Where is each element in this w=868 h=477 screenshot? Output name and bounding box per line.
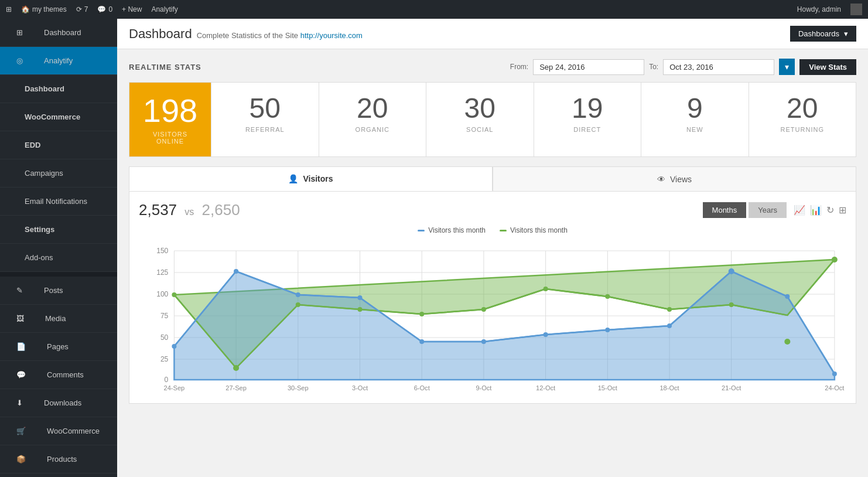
stat-social: 30 SOCIAL [426, 83, 534, 156]
sidebar-item-email-notifications[interactable]: Email Notifications [0, 188, 117, 216]
sidebar-item-settings[interactable]: Settings [0, 216, 117, 244]
blue-dot [296, 292, 300, 297]
wp-logo-icon[interactable]: ⊞ [6, 5, 12, 13]
chart-tabs: 👤 Visitors 👁 Views [129, 166, 856, 191]
download-icon[interactable]: ⊞ [839, 205, 846, 216]
tab-visitors[interactable]: 👤 Visitors [129, 166, 493, 191]
green-dot [172, 292, 176, 297]
sidebar-item-analytify[interactable]: ◎Analytify [0, 47, 117, 75]
svg-text:100: 100 [156, 290, 168, 298]
view-stats-button[interactable]: View Stats [799, 59, 856, 75]
svg-text:12-Oct: 12-Oct [536, 384, 555, 391]
legend-previous: Visitors this month [500, 226, 568, 234]
to-date-input[interactable] [663, 59, 774, 75]
social-number: 30 [436, 94, 524, 122]
realtime-header: REALTIME STATS From: To: ▾ View Stats [129, 59, 856, 75]
sidebar-item-pages[interactable]: 📄Pages [0, 333, 117, 361]
sidebar-item-add-ons[interactable]: Add-ons [0, 244, 117, 272]
legend-blue-dot [418, 230, 425, 231]
comments-item[interactable]: 💬 0 [97, 5, 112, 13]
legend-current-label: Visitors this month [428, 226, 486, 234]
to-label: To: [649, 63, 658, 71]
sidebar-item-campaigns[interactable]: Campaigns [0, 159, 117, 188]
green-dot [419, 312, 424, 316]
svg-text:18-Oct: 18-Oct [659, 384, 679, 391]
stat-returning: 20 RETURNING [749, 83, 856, 156]
stat-direct: 19 DIRECT [534, 83, 642, 156]
content-area: Dashboard Complete Statistics of the Sit… [117, 19, 868, 477]
products-icon: 📦 [8, 450, 34, 468]
admin-avatar [850, 4, 862, 15]
sidebar-item-woocommerce[interactable]: WooCommerce [0, 103, 117, 131]
realtime-title: REALTIME STATS [129, 63, 201, 71]
stat-visitors-online: 198 VISITORS ONLINE [129, 83, 211, 156]
legend-previous-label: Visitors this month [510, 226, 568, 234]
chart-legend: Visitors this month Visitors this month [139, 226, 846, 234]
green-dot [784, 339, 790, 345]
blue-dot [667, 323, 672, 328]
svg-text:21-Oct: 21-Oct [722, 384, 741, 391]
svg-text:150: 150 [156, 247, 168, 255]
sidebar-item-edd[interactable]: EDD [0, 131, 117, 159]
legend-green-dot [500, 230, 507, 231]
svg-text:3-Oct: 3-Oct [352, 384, 368, 391]
blue-dot [544, 332, 548, 337]
sidebar-item-comments[interactable]: 💬Comments [0, 361, 117, 389]
stats-row: 198 VISITORS ONLINE 50 REFERRAL 20 ORGAN… [129, 82, 856, 157]
chart-wrapper: 150 125 100 75 50 25 0 24-Sep 27-Sep 30-… [139, 239, 846, 394]
woocommerce-icon: 🛒 [8, 422, 34, 440]
sidebar-item-appearance[interactable]: 🎨Appearance [0, 473, 117, 477]
date-range-controls: From: To: ▾ View Stats [510, 59, 856, 75]
svg-text:15-Oct: 15-Oct [598, 384, 617, 391]
updates-icon: ⟳ [76, 5, 82, 13]
chart-stats: 2,537 vs 2,650 [139, 201, 240, 219]
analytify-item[interactable]: Analytify [151, 5, 177, 13]
returning-label: RETURNING [758, 126, 847, 133]
from-label: From: [510, 63, 528, 71]
analytify-icon: ◎ [8, 52, 31, 70]
tab-views[interactable]: 👁 Views [493, 166, 856, 191]
date-calendar-button[interactable]: ▾ [779, 59, 795, 75]
site-name[interactable]: 🏠 my themes [21, 5, 67, 13]
dashboard-icon: ⊞ [8, 23, 31, 42]
legend-current: Visitors this month [418, 226, 486, 234]
updates-item[interactable]: ⟳ 7 [76, 5, 88, 13]
site-url-link[interactable]: http://yoursite.com [300, 31, 363, 40]
new-label: NEW [651, 126, 739, 133]
visitors-icon: 👤 [288, 174, 298, 183]
refresh-icon[interactable]: ↻ [826, 205, 834, 216]
current-value: 2,537 [139, 201, 177, 219]
months-button[interactable]: Months [703, 202, 747, 218]
blue-dot [481, 339, 486, 344]
sidebar-item-products[interactable]: 📦Products [0, 445, 117, 473]
sidebar-item-downloads[interactable]: ⬇Downloads [0, 389, 117, 417]
chart-container: 2,537 vs 2,650 Months Years 📈 📊 ↻ [129, 191, 856, 404]
green-dot [233, 365, 239, 371]
vs-label: vs [184, 207, 194, 217]
sidebar-item-posts[interactable]: ✎Posts [0, 277, 117, 305]
from-date-input[interactable] [533, 59, 644, 75]
views-icon: 👁 [657, 175, 665, 184]
new-item[interactable]: + New [122, 5, 142, 13]
sidebar-item-woocommerce2[interactable]: 🛒WooCommerce [0, 417, 117, 445]
blue-dot [729, 268, 734, 274]
years-button[interactable]: Years [749, 202, 787, 218]
green-dot [667, 307, 672, 312]
page-title-group: Dashboard Complete Statistics of the Sit… [129, 26, 363, 42]
line-chart-icon[interactable]: 📈 [794, 205, 805, 216]
sidebar-item-dashboard-sub[interactable]: Dashboard [0, 75, 117, 103]
blue-dot [172, 344, 176, 349]
sidebar-item-media[interactable]: 🖼Media [0, 305, 117, 333]
green-dot [296, 302, 300, 307]
dashboards-button[interactable]: Dashboards ▾ [790, 26, 856, 42]
chart-svg: 150 125 100 75 50 25 0 24-Sep 27-Sep 30-… [139, 239, 846, 391]
svg-text:25: 25 [160, 355, 169, 363]
new-number: 9 [651, 94, 739, 122]
stat-referral: 50 REFERRAL [211, 83, 319, 156]
page-header: Dashboard Complete Statistics of the Sit… [117, 19, 868, 49]
sidebar-item-dashboard[interactable]: ⊞Dashboard [0, 19, 117, 47]
compare-value: 2,650 [202, 201, 240, 219]
svg-text:30-Sep: 30-Sep [288, 384, 309, 391]
posts-icon: ✎ [8, 281, 31, 299]
bar-chart-icon[interactable]: 📊 [810, 205, 822, 216]
